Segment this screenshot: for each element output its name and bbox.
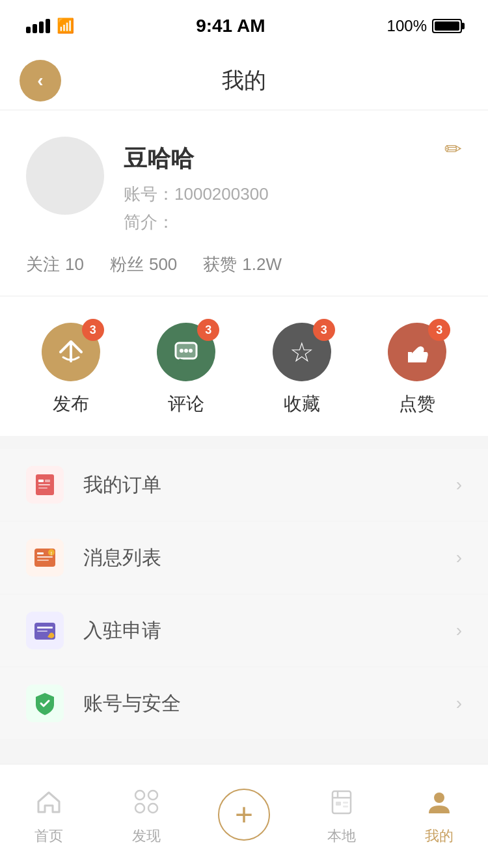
edit-profile-button[interactable]: ✏ — [444, 137, 462, 161]
svg-point-19 — [148, 791, 157, 800]
collect-badge: 3 — [313, 319, 335, 341]
nav-discover[interactable]: 发现 — [98, 787, 195, 846]
battery-icon — [432, 19, 462, 33]
apply-icon — [26, 612, 64, 649]
svg-point-3 — [189, 349, 193, 353]
home-label: 首页 — [34, 826, 63, 846]
create-button[interactable]: + — [218, 789, 270, 841]
svg-rect-10 — [37, 552, 44, 554]
stat-fans: 粉丝 500 — [110, 253, 177, 276]
action-like[interactable]: 3 点赞 — [388, 323, 446, 416]
likes-value: 1.2W — [242, 254, 282, 275]
profile-top: 豆哈哈 账号：1000200300 简介： ✏ — [26, 137, 462, 234]
messages-arrow: › — [456, 547, 462, 568]
account-number: 账号：1000200300 — [124, 183, 425, 206]
svg-point-28 — [434, 793, 444, 803]
svg-rect-8 — [38, 487, 47, 489]
svg-rect-25 — [336, 802, 341, 806]
status-left: 📶 — [26, 18, 74, 34]
svg-rect-27 — [343, 806, 348, 807]
svg-rect-16 — [37, 627, 53, 629]
menu-item-apply[interactable]: 入驻申请 › — [0, 595, 488, 666]
like-label: 点赞 — [399, 392, 435, 416]
username: 豆哈哈 — [124, 143, 425, 175]
profile-section: 豆哈哈 账号：1000200300 简介： ✏ 关注 10 粉丝 500 获赞 … — [0, 111, 488, 295]
orders-label: 我的订单 — [83, 472, 437, 498]
action-comment[interactable]: 3 评论 — [157, 323, 215, 416]
svg-rect-12 — [37, 560, 49, 561]
messages-icon: ! — [26, 539, 64, 576]
home-icon — [34, 787, 63, 822]
comment-label: 评论 — [168, 392, 204, 416]
nav-local[interactable]: 本地 — [293, 787, 390, 846]
security-icon — [26, 685, 64, 722]
avatar — [26, 137, 104, 215]
local-label: 本地 — [327, 826, 356, 846]
menu-item-security[interactable]: 账号与安全 › — [0, 668, 488, 739]
stat-likes: 获赞 1.2W — [203, 253, 282, 276]
local-icon — [327, 787, 356, 822]
discover-icon — [132, 787, 161, 822]
action-publish[interactable]: 3 发布 — [42, 323, 100, 416]
follow-label: 关注 — [26, 253, 60, 276]
nav-create[interactable]: + — [195, 789, 293, 845]
security-label: 账号与安全 — [83, 690, 437, 717]
follow-value: 10 — [65, 254, 84, 275]
svg-rect-11 — [37, 556, 53, 558]
bio: 简介： — [124, 211, 425, 234]
profile-info: 豆哈哈 账号：1000200300 简介： — [124, 137, 425, 234]
signal-icon — [26, 19, 50, 33]
svg-point-18 — [135, 791, 144, 800]
orders-icon — [26, 466, 64, 504]
discover-label: 发现 — [132, 826, 161, 846]
like-icon-wrap: 3 — [388, 323, 446, 381]
orders-arrow: › — [456, 474, 462, 495]
svg-point-21 — [148, 804, 157, 813]
apply-arrow: › — [456, 620, 462, 641]
collect-label: 收藏 — [284, 392, 320, 416]
status-time: 9:41 AM — [196, 16, 265, 36]
likes-label: 获赞 — [203, 253, 237, 276]
menu-section: 我的订单 › ! 消息列表 › 入驻申请 › — [0, 449, 488, 739]
menu-item-messages[interactable]: ! 消息列表 › — [0, 522, 488, 593]
comment-badge: 3 — [197, 319, 219, 341]
status-bar: 📶 9:41 AM 100% — [0, 0, 488, 52]
svg-rect-17 — [37, 631, 47, 632]
collect-icon-wrap: ☆ 3 — [273, 323, 331, 381]
actions-section: 3 发布 3 评论 ☆ 3 收藏 — [0, 297, 488, 436]
publish-label: 发布 — [53, 392, 89, 416]
svg-text:!: ! — [51, 551, 52, 556]
svg-point-1 — [180, 349, 183, 353]
svg-point-20 — [135, 804, 144, 813]
nav-mine[interactable]: 我的 — [390, 787, 488, 846]
menu-item-orders[interactable]: 我的订单 › — [0, 449, 488, 521]
back-button[interactable]: ‹ — [20, 60, 61, 102]
security-arrow: › — [456, 693, 462, 714]
bottom-nav: 首页 发现 + 本地 — [0, 764, 488, 868]
fans-label: 粉丝 — [110, 253, 144, 276]
publish-icon-wrap: 3 — [42, 323, 100, 381]
svg-rect-5 — [38, 480, 44, 482]
apply-label: 入驻申请 — [83, 617, 437, 644]
svg-rect-7 — [38, 484, 50, 485]
fans-value: 500 — [149, 254, 177, 275]
messages-label: 消息列表 — [83, 545, 437, 571]
publish-badge: 3 — [82, 319, 104, 341]
mine-label: 我的 — [425, 826, 454, 846]
mine-icon — [425, 787, 454, 822]
status-right: 100% — [387, 17, 462, 35]
nav-home[interactable]: 首页 — [0, 787, 98, 846]
comment-icon-wrap: 3 — [157, 323, 215, 381]
battery-percent: 100% — [387, 17, 427, 35]
header: ‹ 我的 — [0, 52, 488, 109]
page-title: 我的 — [222, 66, 266, 96]
svg-point-2 — [184, 349, 188, 353]
stats-row: 关注 10 粉丝 500 获赞 1.2W — [26, 253, 462, 276]
back-arrow-icon: ‹ — [37, 70, 43, 91]
svg-rect-26 — [343, 802, 348, 804]
like-badge: 3 — [428, 319, 450, 341]
wifi-icon: 📶 — [57, 18, 74, 34]
stat-follow: 关注 10 — [26, 253, 84, 276]
svg-rect-6 — [45, 480, 50, 482]
action-collect[interactable]: ☆ 3 收藏 — [273, 323, 331, 416]
